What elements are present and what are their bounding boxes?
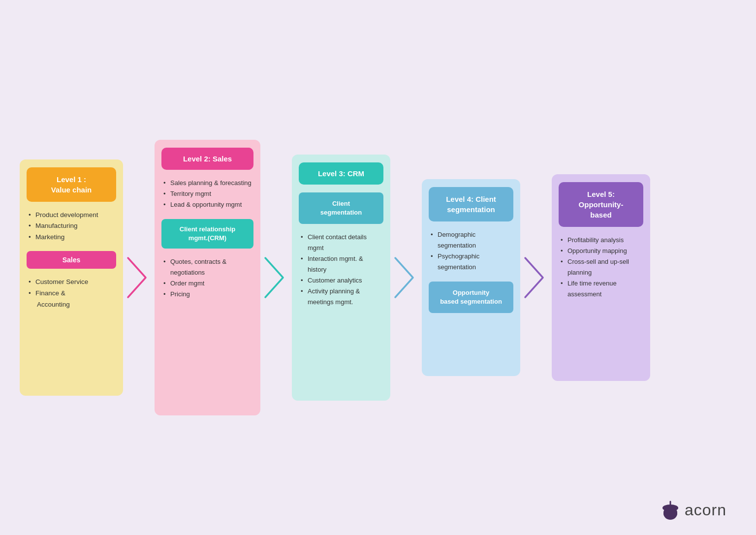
level4-title: Level 4: Client segmentation [434,194,508,215]
sales-badge: Sales [27,251,116,269]
level5-box: Level 5: Opportunity- based Profitabilit… [552,174,650,381]
level1-block: Level 1 : Value chain Product developmen… [20,159,123,396]
list-item: Customer analytics [301,275,383,286]
list-item: Demographic segmentation [431,229,513,251]
list-item: Manufacturing [29,220,116,232]
level3-box: Level 3: CRM Client segmentation Client … [292,155,390,401]
list-item: Profitability analysis [561,235,643,246]
svg-point-3 [663,506,677,519]
level5-title: Level 5: Opportunity- based [564,189,638,220]
opp-seg-badge: Opportunity based segmentation [429,282,513,313]
list-item: Opportunity mapping [561,246,643,256]
list-item: Quotes, contracts & negotiations [163,256,253,278]
acorn-icon [661,500,680,520]
level2-box: Level 2: Sales Sales planning & forecast… [155,140,260,415]
level4-header: Level 4: Client segmentation [429,187,513,221]
level1-header: Level 1 : Value chain [27,167,116,202]
level1-items-2: Customer Service Finance & Accounting [27,277,116,311]
level2-items-1: Sales planning & forecasting Territory m… [161,178,253,210]
list-item: Client contact details mgmt [301,232,383,253]
list-item: Life time revenue assessment [561,278,643,300]
list-item: Cross-sell and up-sell planning [561,256,643,278]
level3-items: Client contact details mgmt Interaction … [299,232,383,308]
level3-title: Level 3: CRM [304,169,378,178]
list-item: Customer Service [29,277,116,288]
level1-title: Level 1 : Value chain [32,174,111,195]
list-item: Lead & opportunity mgmt [163,199,253,210]
level2-block: Level 2: Sales Sales planning & forecast… [155,140,260,415]
level3-block: Level 3: CRM Client segmentation Client … [292,155,390,401]
list-item: Finance & Accounting [29,288,116,311]
list-item: Order mgmt [163,278,253,289]
level1-items-1: Product development Manufacturing Market… [27,210,116,244]
list-item: Psychographic segmentation [431,251,513,273]
acorn-logo: acorn [661,500,726,520]
level3-header: Level 3: CRM [299,162,383,185]
list-item: Activity planning & meetings mgmt. [301,286,383,308]
level4-block: Level 4: Client segmentation Demographic… [422,179,520,376]
arrow-3 [394,253,418,302]
list-item: Product development [29,210,116,221]
arrow-4 [524,253,548,302]
crm-badge: Client relationship mgmt.(CRM) [161,219,253,249]
acorn-logo-text: acorn [685,501,726,519]
level1-box: Level 1 : Value chain Product developmen… [20,159,123,396]
level4-box: Level 4: Client segmentation Demographic… [422,179,520,376]
level4-items-1: Demographic segmentation Psychographic s… [429,229,513,273]
level5-block: Level 5: Opportunity- based Profitabilit… [552,174,650,381]
level5-header: Level 5: Opportunity- based [559,182,643,227]
list-item: Territory mgmt [163,189,253,199]
level2-header: Level 2: Sales [161,148,253,170]
client-seg-badge: Client segmentation [299,192,383,224]
list-item: Marketing [29,232,116,243]
level5-items: Profitability analysis Opportunity mappi… [559,235,643,300]
arrow-2 [264,253,288,302]
level2-items-2: Quotes, contracts & negotiations Order m… [161,256,253,300]
list-item: Pricing [163,289,253,300]
arrow-1 [127,253,151,302]
level2-title: Level 2: Sales [166,155,249,163]
list-item: Interaction mgmt. & history [301,253,383,275]
list-item: Sales planning & forecasting [163,178,253,189]
